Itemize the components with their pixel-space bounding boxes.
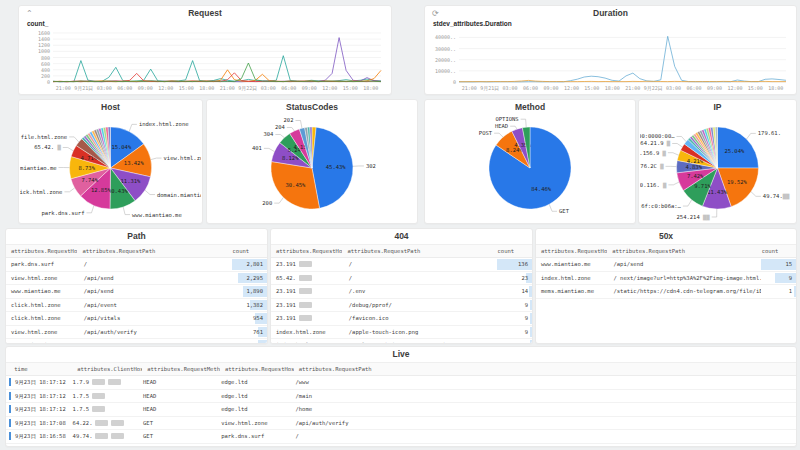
request-path-cell: /www [290,379,796,385]
count-cell: 9 [497,312,532,325]
redacted-block [108,379,121,385]
time-cell: 9月23日 18:17:12 [6,405,68,413]
live-row[interactable]: 9月23日 18:17:121.7.5HEADedge.ltd/main [6,390,796,404]
svg-text:21:00: 21:00 [220,85,235,91]
live-row[interactable]: 9月23日 18:17:0864.22.GETview.html.zone/ap… [6,417,796,431]
path-cell: /api/send [79,275,232,281]
path-cell: / [344,261,497,267]
svg-text:10.43%: 10.43% [108,188,129,194]
host-cell: click.html.zone [6,302,79,308]
svg-text:21:00: 21:00 [625,85,640,91]
collapse-icon[interactable]: ⌃ [26,9,33,18]
table-row[interactable]: view.html.zone/api/send2,295 [6,272,267,286]
count-cell: 9 [497,326,532,339]
table-row[interactable]: 23.191/favicon.ico9 [271,312,532,326]
svg-text:21:00: 21:00 [56,85,71,91]
chart-svg: 010000..20000..30000..40000..21:009月21日0… [427,29,794,93]
path-cell: /favicon.ico [344,315,497,321]
path-cell: /static/https://cdn4.cdn-telegram.org/fi… [609,288,762,294]
live-row[interactable]: 9月23日 18:17:121.7.5HEADedge.ltd/home [6,403,796,417]
method-cell: HEAD [138,406,216,412]
svg-text:15:00: 15:00 [343,85,358,91]
column-header: attributes.RequestHost [6,248,77,254]
table-row[interactable]: www.miantiao.me/api/send15 [536,258,796,272]
svg-text:19.52%: 19.52% [727,179,748,185]
request-host-cell: edge.ltd [216,379,290,385]
svg-text:03:00: 03:00 [666,85,681,91]
panel-title-host: Host [19,100,202,115]
redacted-block [299,261,312,267]
redacted-block [299,288,312,294]
table-row[interactable]: park.dns.surf/2,801 [6,258,267,272]
svg-text:ca:0000:0000:00…: ca:0000:0000:00… [640,133,675,139]
series-line [459,36,786,82]
method-cell: HEAD [138,393,216,399]
redacted-block [299,275,312,281]
table-row[interactable]: 23.191/136 [271,258,532,272]
request-line-chart[interactable]: 0200400600800100012001400160021:009月21日0… [21,29,389,93]
redacted-block [95,433,108,439]
svg-text:0: 0 [453,79,456,85]
client-cell: 49.74. [68,433,138,439]
table-row[interactable]: mems.miantiao.me/715 [6,339,267,344]
svg-text:HEAD: HEAD [495,123,508,129]
statuscodes-pie-chart[interactable]: 45.43%30.45%8.12%5.24%4.15%2022043044012… [208,114,416,222]
refresh-icon[interactable]: ⟳ [432,9,439,18]
redacted-block [111,420,124,426]
table-row[interactable]: mems.miantiao.me/static/https://cdn4.cdn… [536,285,796,299]
count-value: 1,382 [246,299,263,312]
table-row[interactable]: index.html.zone/_next/image?url=http%3A%… [536,272,796,286]
column-header: attributes.RequestPath [342,248,492,254]
ip-pie-chart[interactable]: 25.04%19.52%11.43%9.71%7.42%4.83%4.21%ca… [640,114,795,222]
dashboard: ⌃ Request count_ 02004006008001000120014… [0,0,800,450]
time-cell: 9月23日 18:17:12 [6,392,68,400]
path-table: attributes.RequestHostattributes.Request… [6,244,267,343]
live-table: _timeattributes.ClientHostattributes.Req… [6,362,796,446]
table-row[interactable]: 23.191/debug/pprof/9 [271,299,532,313]
count-value: 9 [525,312,528,325]
svg-text:204.76.2C ▇: 204.76.2C ▇ [640,163,664,170]
redacted-block [299,302,312,308]
svg-text:7.74%: 7.74% [81,177,98,183]
svg-text:06:00: 06:00 [117,85,132,91]
host-pie-chart[interactable]: 15.04%13.42%11.31%10.43%12.85%7.74%8.73%… [20,114,201,222]
column-header: _time [6,366,72,372]
duration-line-chart[interactable]: 010000..20000..30000..40000..21:009月21日0… [427,29,794,93]
path-cell: /api/vitals [79,315,232,321]
live-row[interactable]: 9月23日 18:16:5849.74.GETpark.dns.surf/ [6,430,796,444]
column-header: attributes.RequestPath [294,366,796,372]
table-row[interactable]: index.html.zone/apple-touch-icon.png9 [271,326,532,340]
column-header: attributes.RequestHost [271,248,342,254]
method-pie-chart[interactable]: 84.46%8.24%4.35%OPTIONSHEADPOSTGET [426,114,634,222]
count-cell: 9 [761,272,796,285]
svg-text:65.42. ▇: 65.42. ▇ [34,144,61,151]
count-value: 1,890 [246,285,263,298]
path-cell: / [344,275,497,281]
table-row[interactable]: click.html.zone/api/event1,382 [6,299,267,313]
svg-text:12:00: 12:00 [158,85,173,91]
path-cell: /apple-touch-icon-precomposed.png [344,342,497,344]
table-row[interactable]: 65.42./23 [271,272,532,286]
svg-text:304: 304 [263,131,274,137]
request-host-cell: park.dns.surf [216,433,290,439]
table-row[interactable]: 23.191/.env14 [271,285,532,299]
method-cell: GET [138,420,216,426]
svg-text:8.73%: 8.73% [78,165,95,171]
count-value: 9 [525,299,528,312]
table-row[interactable]: index.html.zone/apple-touch-icon-precomp… [271,339,532,344]
host-cell: park.dns.surf [6,261,79,267]
svg-text:200: 200 [262,200,272,206]
svg-text:09:00: 09:00 [707,85,722,91]
svg-text:domain.miantiao: domain.miantiao [157,192,201,198]
panel-title-duration: Duration [425,6,796,21]
redacted-block [95,420,108,426]
path-cell: / [79,261,232,267]
table-row[interactable]: click.html.zone/api/vitals954 [6,312,267,326]
table-row[interactable]: view.html.zone/api/auth/verify761 [6,326,267,340]
count-bar [530,300,532,311]
table-row[interactable]: www.miantiao.me/api/send1,890 [6,285,267,299]
host-cell: index.html.zone [271,342,344,344]
svg-text:25.04%: 25.04% [724,148,745,154]
svg-text:18:00: 18:00 [605,85,620,91]
live-row[interactable]: 9月23日 18:17:121.7.9HEADedge.ltd/www [6,376,796,390]
